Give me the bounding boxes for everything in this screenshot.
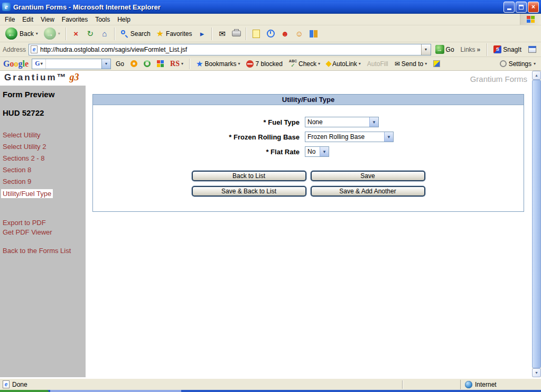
window-controls: × <box>503 2 539 13</box>
links-button[interactable]: Links » <box>459 46 483 53</box>
rs-button[interactable]: RS ▾ <box>169 59 185 69</box>
favorites-button[interactable]: ★ Favorites <box>154 27 194 40</box>
messenger-button[interactable]: ☻ <box>278 27 291 40</box>
smiley-button[interactable]: ☺ <box>293 27 305 40</box>
spellcheck-icon: ABC✓ <box>289 59 297 68</box>
bookmark-star-icon: ★ <box>196 59 203 69</box>
google-search-input[interactable]: G▾ ▾ <box>32 59 111 69</box>
sidebar-link-select-utility-2[interactable]: Select Utility 2 <box>3 143 85 151</box>
document-icon: e <box>3 380 10 388</box>
forward-button[interactable]: → ▾ <box>42 26 62 41</box>
grantium-logo: Grantium™ <box>4 72 68 83</box>
send-to-button[interactable]: ✉ Send to ▾ <box>393 60 428 68</box>
panel-body: * Fuel Type None ▼ * Frozen Rolling Base… <box>93 105 524 211</box>
address-dropdown-button[interactable]: ▾ <box>421 44 431 55</box>
spellcheck-button[interactable]: ABC✓ Check ▾ <box>287 59 322 69</box>
save-and-add-another-button[interactable]: Save & Add Another <box>311 186 425 197</box>
links-label: Links <box>461 46 475 53</box>
sidebar-link-utility-fuel-type[interactable]: Utility/Fuel Type <box>1 189 53 198</box>
stop-button[interactable]: × <box>70 27 82 40</box>
send-to-label: Send to <box>402 60 423 68</box>
history-button[interactable] <box>264 27 277 40</box>
toolbar-separator <box>211 27 212 40</box>
options-button[interactable] <box>155 60 165 68</box>
dropdown-arrow-icon[interactable]: ▼ <box>320 147 329 156</box>
popup-blocker-button[interactable]: 7 blocked <box>245 60 284 68</box>
scroll-down-button[interactable]: ▼ <box>532 368 541 377</box>
mail-button[interactable]: ✉ <box>216 27 228 40</box>
pagerank-button[interactable] <box>129 60 139 68</box>
internet-zone-icon <box>465 381 472 388</box>
menu-view[interactable]: View <box>37 14 58 25</box>
menu-favorites[interactable]: Favorites <box>58 14 91 25</box>
sidebar-link-get-pdf-viewer[interactable]: Get PDF Viewer <box>3 228 85 236</box>
form-buttons: Back to List Save Save & Back to List Sa… <box>93 171 524 197</box>
google-g-icon: G▾ <box>32 59 46 69</box>
frozen-rolling-base-label: * Frozen Rolling Base <box>93 133 305 141</box>
menu-file[interactable]: File <box>1 14 18 25</box>
save-button[interactable]: Save <box>311 171 425 181</box>
autolink-button[interactable]: AutoLink ▾ <box>325 60 362 68</box>
back-button[interactable]: ← Back ▾ <box>3 26 40 41</box>
close-button[interactable]: × <box>528 2 539 13</box>
start-button[interactable] <box>0 390 49 392</box>
sidebar-back-section: Back to the Forms List <box>3 247 85 255</box>
dropdown-arrow-icon[interactable]: ▼ <box>384 132 393 142</box>
maximize-button[interactable] <box>516 2 527 13</box>
bookmarks-button[interactable]: ★ Bookmarks ▾ <box>194 59 242 69</box>
frozen-rolling-base-select[interactable]: Frozen Rolling Base ▼ <box>305 132 394 142</box>
dropdown-caret-icon: ▾ <box>318 61 320 66</box>
sidebar-link-back-to-forms-list[interactable]: Back to the Forms List <box>3 247 85 255</box>
toolbar-separator <box>66 27 67 40</box>
flat-rate-select[interactable]: No ▼ <box>305 146 329 157</box>
sidebar-link-section-8[interactable]: Section 8 <box>3 166 85 174</box>
sidebar-link-select-utility[interactable]: Select Utility <box>3 131 85 139</box>
site-search-button[interactable] <box>142 60 152 68</box>
vertical-scrollbar[interactable]: ▲ ▼ <box>532 71 541 377</box>
save-and-back-to-list-button[interactable]: Save & Back to List <box>192 186 306 197</box>
research-button[interactable] <box>307 27 320 40</box>
back-dropdown-icon[interactable]: ▾ <box>36 31 38 36</box>
forward-icon: → <box>44 27 56 40</box>
ie-logo-icon: e <box>2 3 11 11</box>
menu-tools[interactable]: Tools <box>91 14 114 25</box>
dropdown-caret-icon: ▾ <box>425 61 427 66</box>
history-clock-icon <box>267 30 275 38</box>
swirl-icon <box>144 60 151 67</box>
print-button[interactable] <box>230 27 242 40</box>
menu-bar: File Edit View Favorites Tools Help <box>0 14 541 25</box>
minimize-button[interactable] <box>503 2 515 13</box>
sidebar-link-export-pdf[interactable]: Export to PDF <box>3 219 85 227</box>
dropdown-arrow-icon[interactable]: ▼ <box>369 117 378 127</box>
sidebar-link-sections-2-8[interactable]: Sections 2 - 8 <box>3 154 85 162</box>
highlighter-button[interactable] <box>432 60 442 68</box>
toolbar-separator <box>189 59 190 69</box>
back-to-list-button[interactable]: Back to List <box>192 171 306 181</box>
address-input[interactable]: e http://hudra.ostglobal.com/sagis/viewF… <box>29 44 431 55</box>
notes-button[interactable] <box>250 27 263 40</box>
taskbar-window-button[interactable] <box>50 390 181 392</box>
menu-help[interactable]: Help <box>114 14 134 25</box>
google-search-dropdown[interactable]: ▾ <box>101 59 110 69</box>
scroll-up-button[interactable]: ▲ <box>532 71 541 80</box>
settings-button[interactable]: Settings ▾ <box>500 60 538 68</box>
menu-edit[interactable]: Edit <box>18 14 37 25</box>
flag-green <box>531 16 535 19</box>
refresh-button[interactable]: ↻ <box>84 27 97 40</box>
forward-dropdown-icon[interactable]: ▾ <box>58 31 60 36</box>
scroll-thumb[interactable] <box>532 80 541 368</box>
media-button[interactable]: ▸ <box>195 27 208 40</box>
google-go-button[interactable]: Go <box>114 60 126 68</box>
form-preview-sidebar: Form Preview HUD 52722 Select Utility Se… <box>0 86 86 377</box>
favorites-label: Favorites <box>166 30 192 38</box>
snagit-button[interactable]: S SnagIt <box>492 45 523 54</box>
search-button[interactable]: Search <box>118 29 153 39</box>
snagit-window-button[interactable] <box>526 43 538 56</box>
home-button[interactable]: ⌂ <box>98 27 111 40</box>
go-button[interactable]: → Go <box>434 44 456 54</box>
fuel-type-select[interactable]: None ▼ <box>305 117 379 127</box>
blocked-count-label: 7 blocked <box>255 60 282 68</box>
sidebar-link-section-9[interactable]: Section 9 <box>3 178 85 185</box>
sidebar-section-links: Select Utility Select Utility 2 Sections… <box>3 131 85 202</box>
go-icon: → <box>435 45 444 54</box>
